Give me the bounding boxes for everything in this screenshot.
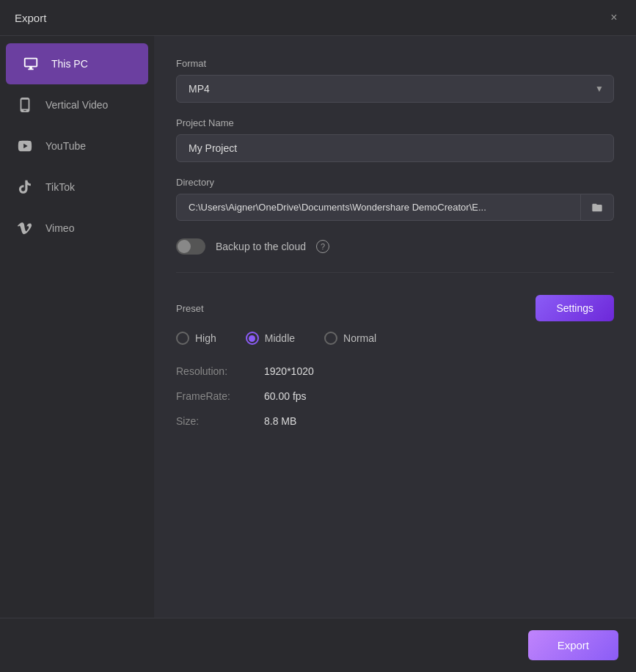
sidebar-label-vertical-video: Vertical Video bbox=[45, 99, 108, 111]
radio-label-high: High bbox=[195, 332, 216, 344]
radio-label-normal: Normal bbox=[343, 332, 376, 344]
toggle-knob bbox=[178, 240, 191, 253]
directory-wrapper bbox=[176, 194, 614, 221]
export-button[interactable]: Export bbox=[528, 630, 618, 660]
info-table: Resolution: 1920*1020 FrameRate: 60.00 f… bbox=[176, 365, 614, 427]
backup-row: Backup to the cloud ? bbox=[176, 238, 614, 273]
radio-label-middle: Middle bbox=[265, 332, 295, 344]
project-name-input[interactable] bbox=[176, 134, 614, 162]
sidebar: This PC Vertical Video YouTube bbox=[0, 36, 154, 618]
resolution-key: Resolution: bbox=[176, 365, 264, 377]
preset-radio-group: High Middle Normal bbox=[176, 332, 614, 345]
title-bar: Export × bbox=[0, 0, 636, 36]
vimeo-icon bbox=[15, 218, 35, 238]
browse-directory-button[interactable] bbox=[581, 194, 614, 221]
sidebar-item-vimeo[interactable]: Vimeo bbox=[0, 208, 154, 249]
sidebar-label-vimeo: Vimeo bbox=[45, 222, 74, 234]
radio-middle[interactable]: Middle bbox=[246, 332, 295, 345]
radio-inner-middle bbox=[249, 335, 255, 342]
directory-input[interactable] bbox=[176, 194, 581, 221]
radio-high[interactable]: High bbox=[176, 332, 216, 345]
sidebar-item-youtube[interactable]: YouTube bbox=[0, 125, 154, 167]
format-label: Format bbox=[176, 58, 614, 69]
help-icon[interactable]: ? bbox=[316, 240, 329, 253]
project-name-label: Project Name bbox=[176, 117, 614, 128]
phone-icon bbox=[15, 95, 35, 115]
tiktok-icon bbox=[15, 177, 35, 197]
format-select-wrapper: MP4 MOV AVI GIF ▼ bbox=[176, 75, 614, 103]
sidebar-label-tiktok: TikTok bbox=[45, 181, 75, 193]
sidebar-label-youtube: YouTube bbox=[45, 140, 86, 152]
size-value: 8.8 MB bbox=[264, 415, 614, 427]
sidebar-item-tiktok[interactable]: TikTok bbox=[0, 167, 154, 208]
content-area: Format MP4 MOV AVI GIF ▼ Project Name Di… bbox=[154, 36, 636, 618]
main-layout: This PC Vertical Video YouTube bbox=[0, 36, 636, 618]
folder-icon bbox=[591, 202, 603, 213]
resolution-value: 1920*1020 bbox=[264, 365, 614, 377]
radio-outer-high bbox=[176, 332, 189, 345]
preset-header: Preset Settings bbox=[176, 295, 614, 321]
bottom-bar: Export bbox=[0, 618, 636, 672]
sidebar-item-vertical-video[interactable]: Vertical Video bbox=[0, 84, 154, 125]
settings-button[interactable]: Settings bbox=[536, 295, 614, 321]
close-button[interactable]: × bbox=[607, 10, 621, 25]
directory-label: Directory bbox=[176, 177, 614, 188]
backup-label: Backup to the cloud bbox=[216, 241, 306, 252]
sidebar-item-this-pc[interactable]: This PC bbox=[6, 43, 148, 84]
size-key: Size: bbox=[176, 415, 264, 427]
radio-outer-normal bbox=[324, 332, 337, 345]
youtube-icon bbox=[15, 136, 35, 156]
pc-icon bbox=[21, 54, 41, 74]
preset-label: Preset bbox=[176, 303, 204, 314]
framerate-key: FrameRate: bbox=[176, 390, 264, 402]
format-select[interactable]: MP4 MOV AVI GIF bbox=[176, 75, 614, 103]
radio-normal[interactable]: Normal bbox=[324, 332, 376, 345]
backup-toggle[interactable] bbox=[176, 238, 205, 255]
sidebar-label-this-pc: This PC bbox=[51, 58, 88, 70]
radio-outer-middle bbox=[246, 332, 259, 345]
dialog-title: Export bbox=[15, 12, 46, 24]
framerate-value: 60.00 fps bbox=[264, 390, 614, 402]
